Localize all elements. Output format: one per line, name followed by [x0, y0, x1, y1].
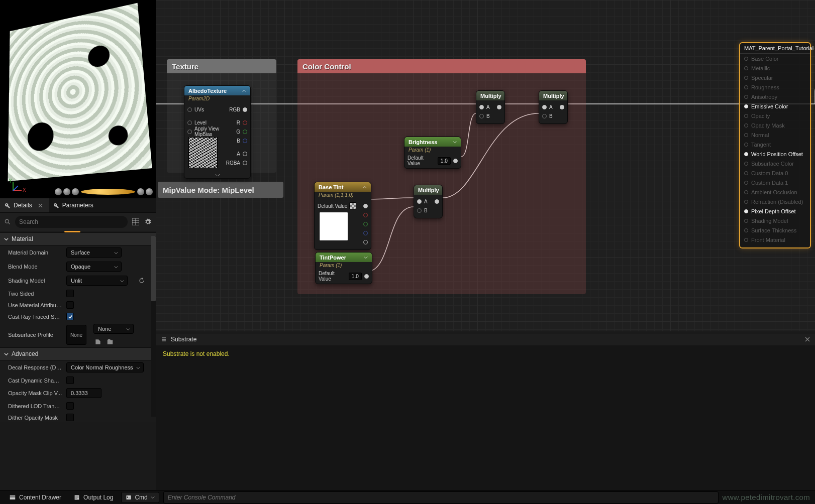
preview-cube-icon[interactable] — [72, 188, 79, 195]
chevron-down-icon — [126, 327, 130, 331]
default-value-input[interactable]: 1.0 — [349, 273, 362, 280]
cast-dynamic-shadow-checkbox[interactable] — [66, 376, 74, 384]
dithered-lod-checkbox[interactable] — [66, 402, 74, 410]
material-output-pin[interactable]: Pixel Depth Offset — [740, 206, 810, 216]
wrench-icon — [53, 202, 59, 209]
subsurface-thumbnail[interactable]: None — [66, 325, 86, 345]
output-pin-g[interactable] — [363, 222, 368, 226]
color-swatch[interactable] — [349, 202, 356, 209]
preview-cylinder-icon[interactable] — [63, 188, 70, 195]
use-selected-asset-icon[interactable] — [93, 338, 103, 346]
two-sided-checkbox[interactable] — [66, 290, 74, 297]
substrate-header[interactable]: Substrate — [156, 333, 815, 345]
output-pin[interactable] — [364, 274, 369, 279]
output-pin-r[interactable] — [363, 213, 368, 217]
material-output-pin[interactable]: Shading Model — [740, 216, 810, 225]
close-icon[interactable] — [38, 203, 43, 208]
browse-to-asset-icon[interactable] — [106, 338, 115, 346]
node-tint-power[interactable]: TintPower Param (1) Default Value 1.0 — [315, 252, 372, 284]
preview-custom-icon[interactable] — [146, 188, 153, 195]
material-output-pin[interactable]: Tangent — [740, 140, 810, 149]
chevron-up-icon[interactable] — [363, 185, 367, 189]
comment-title[interactable]: Color Control — [297, 59, 586, 73]
cmd-selector[interactable]: Cmd — [121, 492, 159, 503]
console-command-input[interactable] — [163, 491, 719, 503]
comment-title[interactable]: Texture — [167, 59, 276, 73]
reset-to-default-icon[interactable] — [138, 277, 146, 285]
prop-shading-model: Shading Model Unlit — [0, 274, 156, 288]
material-output-pin[interactable]: World Position Offset — [740, 149, 810, 159]
chevron-down-icon[interactable] — [364, 256, 368, 260]
decal-response-dropdown[interactable]: Color Normal Roughness — [66, 362, 144, 372]
material-output-pin[interactable]: Base Color — [740, 54, 810, 63]
shading-model-dropdown[interactable]: Unlit — [66, 276, 128, 286]
material-output-pin[interactable]: Metallic — [740, 63, 810, 73]
default-value-input[interactable]: 1.0 — [438, 157, 451, 165]
preview-mode-buttons — [55, 188, 153, 195]
material-output-pin[interactable]: Custom Data 1 — [740, 178, 810, 187]
substrate-panel: Substrate Substrate is not enabled. — [156, 333, 815, 490]
material-output-pin[interactable]: Ambient Occlusion — [740, 187, 810, 197]
output-pin[interactable] — [363, 204, 368, 208]
subsurface-asset-dropdown[interactable]: None — [93, 324, 134, 334]
use-material-attr-checkbox[interactable] — [66, 301, 74, 309]
output-pin[interactable] — [560, 105, 564, 109]
settings-gear-icon[interactable] — [144, 218, 152, 226]
scrollbar-thumb[interactable] — [151, 236, 156, 301]
node-collapse-caret[interactable] — [184, 172, 250, 178]
node-brightness[interactable]: Brightness Param (1) Default Value 1.0 — [404, 137, 461, 169]
blend-mode-dropdown[interactable]: Opaque — [66, 262, 122, 272]
texture-thumbnail[interactable] — [188, 137, 218, 168]
output-log-button[interactable]: Output Log — [69, 492, 117, 502]
color-preview[interactable] — [319, 212, 348, 241]
dither-opacity-mask-checkbox[interactable] — [66, 414, 74, 421]
material-output-pin[interactable]: Custom Data 0 — [740, 168, 810, 178]
section-advanced[interactable]: Advanced — [0, 347, 156, 360]
material-output-pin[interactable]: Refraction (Disabled) — [740, 197, 810, 206]
material-output-pin[interactable]: Specular — [740, 73, 810, 82]
material-output-pin[interactable]: Normal — [740, 130, 810, 140]
content-drawer-button[interactable]: Content Drawer — [5, 492, 65, 502]
material-output-pin[interactable]: Anisotropy — [740, 92, 810, 101]
cast-ray-traced-checkbox[interactable] — [66, 313, 74, 320]
chevron-up-icon[interactable] — [242, 89, 246, 93]
mip-value-mode-bar[interactable]: MipValue Mode: MipLevel — [158, 182, 283, 198]
preview-sphere-icon[interactable] — [55, 188, 62, 195]
chevron-down-icon[interactable] — [453, 140, 457, 144]
details-scrollbar[interactable] — [151, 236, 156, 417]
material-output-pin[interactable]: Roughness — [740, 82, 810, 92]
node-multiply-2[interactable]: Multiply A B — [476, 90, 505, 124]
node-albedo-texture[interactable]: AlbedoTexture Param2D UVsRGB LevelR Appl… — [184, 85, 251, 179]
section-material[interactable]: Material — [0, 232, 156, 245]
search-input[interactable] — [15, 216, 128, 228]
node-multiply-1[interactable]: Multiply A B — [414, 185, 443, 218]
output-pin-a[interactable] — [363, 240, 368, 244]
output-pin[interactable] — [435, 199, 439, 204]
material-output-pin[interactable]: Surface Thickness — [740, 225, 810, 235]
material-output-pin[interactable]: Opacity — [740, 111, 810, 120]
material-output-pin[interactable]: Emissive Color — [740, 101, 810, 111]
material-output-node[interactable]: MAT_Parent_Portal_Tutorial Base ColorMet… — [739, 42, 811, 248]
prop-cast-ray-traced: Cast Ray Traced Sha... — [0, 311, 156, 322]
preview-mesh-icon[interactable] — [137, 188, 144, 195]
output-pin[interactable] — [497, 105, 501, 109]
tab-details[interactable]: Details — [0, 198, 49, 212]
column-view-icon[interactable] — [132, 218, 140, 226]
material-graph-canvas[interactable]: Texture MipValue Mode: MipLevel Color Co… — [156, 0, 815, 331]
material-output-pin[interactable]: Front Material — [740, 235, 810, 244]
material-output-pin[interactable]: Opacity Mask — [740, 120, 810, 130]
node-multiply-3[interactable]: Multiply A B — [539, 90, 568, 124]
preview-plane-icon[interactable] — [80, 188, 136, 195]
opacity-mask-clip-input[interactable]: 0.3333 — [66, 388, 101, 398]
output-pin-b[interactable] — [363, 231, 368, 235]
close-icon[interactable] — [805, 337, 810, 342]
material-output-pin[interactable]: Subsurface Color — [740, 159, 810, 168]
node-subtitle: Param (1) — [316, 262, 372, 270]
node-base-tint[interactable]: Base Tint Param (1,1,1,0) Default Value — [314, 182, 371, 250]
material-domain-dropdown[interactable]: Surface — [66, 247, 122, 258]
material-preview-viewport[interactable]: X Y — [0, 0, 156, 198]
tab-parameters[interactable]: Parameters — [49, 198, 99, 212]
log-icon — [73, 494, 80, 501]
output-pin[interactable] — [453, 159, 458, 163]
prop-material-domain: Material Domain Surface — [0, 245, 156, 260]
